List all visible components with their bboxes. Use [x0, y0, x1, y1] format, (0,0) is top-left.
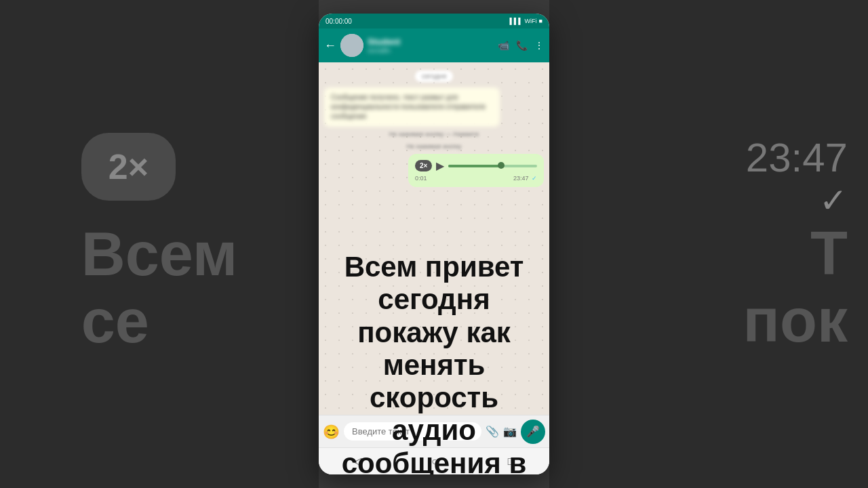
date-badge: сегодня	[415, 70, 453, 82]
speed-button[interactable]: 2×	[415, 160, 432, 171]
audio-progress-thumb	[498, 162, 505, 169]
audio-meta: 0:01 23:47 ✓	[415, 175, 537, 182]
bg-check: ✓	[743, 181, 848, 220]
status-bar: 00:00:00 ▌▌▌ WiFi ■	[319, 14, 549, 28]
status-icons: ▌▌▌ WiFi ■	[509, 18, 542, 24]
nav-recents-button[interactable]: □	[508, 455, 515, 468]
bg-text-left: Всем се	[81, 221, 238, 355]
status-time: 00:00:00	[326, 18, 352, 25]
battery-icon: ■	[539, 18, 542, 24]
play-button[interactable]: ▶	[436, 159, 444, 172]
background-left: 2× Всем се	[0, 0, 319, 488]
video-call-button[interactable]: 📹	[498, 40, 509, 51]
contact-info: Student онлайн	[368, 37, 494, 54]
camera-button[interactable]: 📷	[503, 425, 517, 438]
contact-status: онлайн	[368, 47, 494, 54]
mic-button[interactable]: 🎤	[521, 420, 545, 444]
audio-controls: 2× ▶	[415, 159, 537, 172]
voice-call-button[interactable]: 📞	[516, 40, 528, 51]
received-message: Сообщение получено, текст размыт для кон…	[324, 87, 500, 127]
emoji-button[interactable]: 😊	[323, 424, 340, 440]
audio-progress-bar[interactable]	[448, 165, 537, 167]
bg-time: 23:47	[743, 134, 848, 181]
more-options-button[interactable]: ⋮	[534, 40, 544, 51]
audio-check: ✓	[532, 175, 537, 182]
mic-icon: 🎤	[526, 425, 540, 438]
back-button[interactable]: ←	[324, 39, 336, 53]
nav-home-button[interactable]: ○	[431, 455, 438, 468]
input-bar: 😊 📎 📷 🎤	[319, 415, 549, 447]
message-bubble-received: Сообщение получено, текст размыт для кон…	[324, 87, 500, 127]
nav-bar: ◁ ○ □	[319, 447, 549, 474]
bg-text-right: T пок	[743, 220, 848, 354]
speed-badge-bg: 2×	[81, 133, 176, 201]
speed-label-bg: 2×	[108, 146, 149, 187]
chat-area: сегодня Сообщение получено, текст размыт…	[319, 62, 549, 415]
nav-back-button[interactable]: ◁	[353, 455, 361, 468]
audio-time-end: 23:47 ✓	[513, 175, 537, 182]
phone-frame: 00:00:00 ▌▌▌ WiFi ■ ← Student онлайн 📹 📞…	[319, 14, 549, 474]
contact-name: Student	[368, 37, 494, 47]
background-right: 23:47 ✓ T пок	[549, 0, 868, 488]
audio-message: 2× ▶ 0:01 23:47 ✓	[408, 154, 544, 187]
wifi-icon: WiFi	[525, 18, 537, 24]
header-actions: 📹 📞 ⋮	[498, 40, 544, 51]
attach-button[interactable]: 📎	[486, 425, 499, 438]
system-message-1: Не нажимая кнопку — Нажмите	[389, 131, 479, 138]
audio-bubble: 2× ▶ 0:01 23:47 ✓	[408, 154, 544, 187]
system-message-2: Не нажимая кнопку	[407, 143, 462, 150]
message-input[interactable]	[344, 422, 481, 441]
app-header: ← Student онлайн 📹 📞 ⋮	[319, 28, 549, 62]
audio-time-start: 0:01	[415, 175, 427, 182]
audio-progress-fill	[448, 165, 501, 167]
avatar	[340, 34, 363, 57]
signal-icon: ▌▌▌	[509, 18, 522, 24]
